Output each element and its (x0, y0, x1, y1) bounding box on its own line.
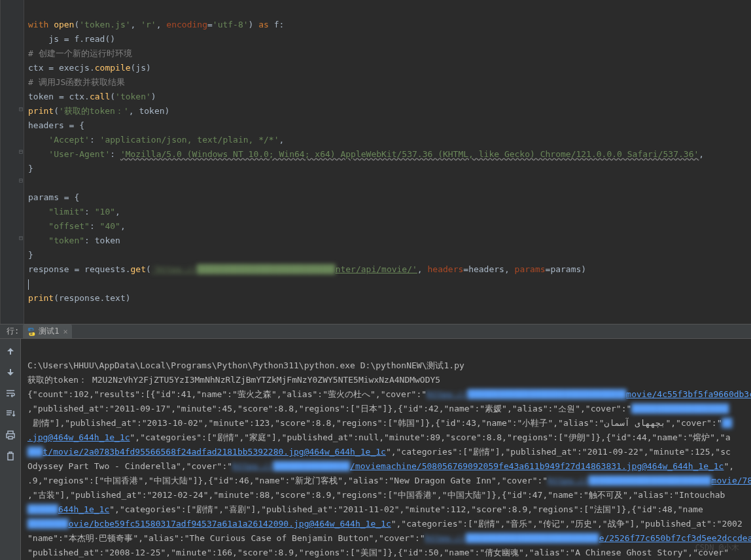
close-icon[interactable]: × (63, 327, 67, 336)
run-tab[interactable]: 测试1 × (23, 324, 71, 338)
console-output[interactable]: C:\Users\HHUU\AppData\Local\Programs\Pyt… (21, 339, 751, 560)
run-label: 行: (3, 326, 23, 337)
python-icon (27, 327, 36, 336)
code-editor[interactable]: ⊟ ⊟ ⊟ ⊟ with open('token.js', 'r', encod… (0, 0, 751, 324)
console-toolbar (0, 339, 21, 560)
editor-gutter: ⊟ ⊟ ⊟ ⊟ (1, 0, 24, 324)
run-tabbar: 行: 测试1 × (0, 324, 751, 339)
down-arrow-icon[interactable] (3, 365, 18, 379)
watermark: CSDN @小木 (695, 542, 739, 553)
print-icon[interactable] (3, 428, 18, 442)
scroll-to-end-icon[interactable] (3, 407, 18, 421)
soft-wrap-icon[interactable] (3, 386, 18, 400)
console-panel: C:\Users\HHUU\AppData\Local\Programs\Pyt… (0, 339, 751, 560)
trash-icon[interactable] (3, 449, 18, 463)
up-arrow-icon[interactable] (3, 344, 18, 359)
tab-label: 测试1 (39, 326, 59, 337)
code-content: with open('token.js', 'r', encoding='utf… (1, 0, 751, 320)
